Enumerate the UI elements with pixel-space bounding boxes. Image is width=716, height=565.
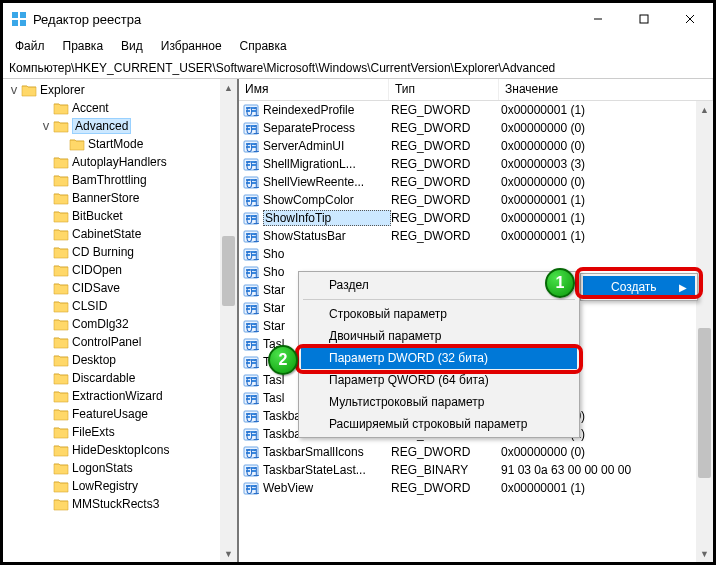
tree-item[interactable]: CD Burning (3, 243, 237, 261)
scroll-up-icon[interactable]: ▲ (696, 101, 713, 118)
col-name[interactable]: Имя (239, 79, 389, 100)
tree-item[interactable]: LowRegistry (3, 477, 237, 495)
tree-label[interactable]: MMStuckRects3 (72, 497, 159, 511)
tree-label[interactable]: FileExts (72, 425, 115, 439)
list-row[interactable]: 011ShowCompColorREG_DWORD0x00000001 (1) (239, 191, 713, 209)
expander-icon[interactable]: v (7, 83, 21, 97)
minimize-button[interactable] (575, 3, 621, 35)
value-type: REG_DWORD (391, 157, 501, 171)
tree-item[interactable]: CIDSave (3, 279, 237, 297)
list-row[interactable]: 011TaskbarStateLast...REG_BINARY91 03 0a… (239, 461, 713, 479)
tree-scrollbar[interactable]: ▲ ▼ (220, 79, 237, 562)
list-row[interactable]: 011ShellViewReente...REG_DWORD0x00000000… (239, 173, 713, 191)
reg-value-icon: 011 (243, 408, 259, 424)
tree-label[interactable]: Explorer (40, 83, 85, 97)
close-button[interactable] (667, 3, 713, 35)
tree-label[interactable]: Discardable (72, 371, 135, 385)
folder-icon (53, 497, 69, 511)
tree-label[interactable]: FeatureUsage (72, 407, 148, 421)
tree-item[interactable]: CIDOpen (3, 261, 237, 279)
scroll-up-icon[interactable]: ▲ (220, 79, 237, 96)
tree-item[interactable]: Desktop (3, 351, 237, 369)
tree-item[interactable]: FeatureUsage (3, 405, 237, 423)
menu-help[interactable]: Справка (232, 37, 295, 55)
tree-item[interactable]: ControlPanel (3, 333, 237, 351)
ctx-qword[interactable]: Параметр QWORD (64 бита) (301, 369, 577, 391)
list-row[interactable]: 011SeparateProcessREG_DWORD0x00000000 (0… (239, 119, 713, 137)
svg-text:011: 011 (246, 213, 259, 226)
svg-rect-2 (12, 20, 18, 26)
tree-label[interactable]: CLSID (72, 299, 107, 313)
scroll-down-icon[interactable]: ▼ (220, 545, 237, 562)
tree-item[interactable]: CabinetState (3, 225, 237, 243)
maximize-button[interactable] (621, 3, 667, 35)
list-row[interactable]: 011ShellMigrationL...REG_DWORD0x00000003… (239, 155, 713, 173)
ctx-binary[interactable]: Двоичный параметр (301, 325, 577, 347)
tree-label[interactable]: Accent (72, 101, 109, 115)
tree-label[interactable]: CD Burning (72, 245, 134, 259)
col-type[interactable]: Тип (389, 79, 499, 100)
menu-file[interactable]: Файл (7, 37, 53, 55)
expander-icon[interactable]: v (39, 119, 53, 133)
list-row[interactable]: 011WebViewREG_DWORD0x00000001 (1) (239, 479, 713, 497)
tree-item[interactable]: vExplorer (3, 81, 237, 99)
tree-item[interactable]: BannerStore (3, 189, 237, 207)
address-bar[interactable]: Компьютер\HKEY_CURRENT_USER\Software\Mic… (3, 57, 713, 79)
tree-label[interactable]: CIDSave (72, 281, 120, 295)
list-row[interactable]: 011ShowStatusBarREG_DWORD0x00000001 (1) (239, 227, 713, 245)
tree-label[interactable]: Advanced (72, 118, 131, 134)
reg-value-icon: 011 (243, 444, 259, 460)
folder-icon (53, 119, 69, 133)
tree-item[interactable]: MMStuckRects3 (3, 495, 237, 513)
ctx-multistring[interactable]: Мультистроковый параметр (301, 391, 577, 413)
list-row[interactable]: 011TaskbarSmallIconsREG_DWORD0x00000000 … (239, 443, 713, 461)
tree-item[interactable]: StartMode (3, 135, 237, 153)
list-row[interactable]: 011ShowInfoTipREG_DWORD0x00000001 (1) (239, 209, 713, 227)
ctx-expandstring[interactable]: Расширяемый строковый параметр (301, 413, 577, 435)
tree-label[interactable]: HideDesktopIcons (72, 443, 169, 457)
tree-label[interactable]: AutoplayHandlers (72, 155, 167, 169)
list-row[interactable]: 011ReindexedProfileREG_DWORD0x00000001 (… (239, 101, 713, 119)
col-value[interactable]: Значение (499, 79, 713, 100)
tree-item[interactable]: AutoplayHandlers (3, 153, 237, 171)
tree-item[interactable]: Accent (3, 99, 237, 117)
ctx-string[interactable]: Строковый параметр (301, 303, 577, 325)
tree-label[interactable]: LogonStats (72, 461, 133, 475)
tree-label[interactable]: CIDOpen (72, 263, 122, 277)
folder-icon (53, 173, 69, 187)
tree-label[interactable]: CabinetState (72, 227, 141, 241)
tree-label[interactable]: ComDlg32 (72, 317, 129, 331)
list-row[interactable]: 011Sho (239, 245, 713, 263)
tree-item[interactable]: ComDlg32 (3, 315, 237, 333)
menu-edit[interactable]: Правка (55, 37, 112, 55)
tree-item[interactable]: vAdvanced (3, 117, 237, 135)
tree-label[interactable]: BitBucket (72, 209, 123, 223)
tree-label[interactable]: ExtractionWizard (72, 389, 163, 403)
tree-item[interactable]: FileExts (3, 423, 237, 441)
svg-text:011: 011 (246, 195, 259, 208)
tree-item[interactable]: HideDesktopIcons (3, 441, 237, 459)
tree-item[interactable]: LogonStats (3, 459, 237, 477)
tree-item[interactable]: BamThrottling (3, 171, 237, 189)
value-data: 0x00000001 (1) (501, 229, 713, 243)
tree-label[interactable]: StartMode (88, 137, 143, 151)
tree-label[interactable]: ControlPanel (72, 335, 141, 349)
tree-item[interactable]: Discardable (3, 369, 237, 387)
tree-label[interactable]: LowRegistry (72, 479, 138, 493)
menu-view[interactable]: Вид (113, 37, 151, 55)
scroll-down-icon[interactable]: ▼ (696, 545, 713, 562)
tree-item[interactable]: BitBucket (3, 207, 237, 225)
tree-item[interactable]: ExtractionWizard (3, 387, 237, 405)
ctx-section[interactable]: Раздел (301, 274, 577, 296)
tree-item[interactable]: CLSID (3, 297, 237, 315)
menu-favorites[interactable]: Избранное (153, 37, 230, 55)
ctx-dword[interactable]: Параметр DWORD (32 бита) (301, 347, 577, 369)
value-data: 0x00000001 (1) (501, 211, 713, 225)
tree-label[interactable]: BamThrottling (72, 173, 147, 187)
tree-label[interactable]: BannerStore (72, 191, 139, 205)
ctx-create[interactable]: Создать ▶ (583, 276, 695, 298)
list-scrollbar[interactable]: ▲ ▼ (696, 101, 713, 562)
list-row[interactable]: 011ServerAdminUIREG_DWORD0x00000000 (0) (239, 137, 713, 155)
tree-label[interactable]: Desktop (72, 353, 116, 367)
ctx-separator (303, 299, 575, 300)
